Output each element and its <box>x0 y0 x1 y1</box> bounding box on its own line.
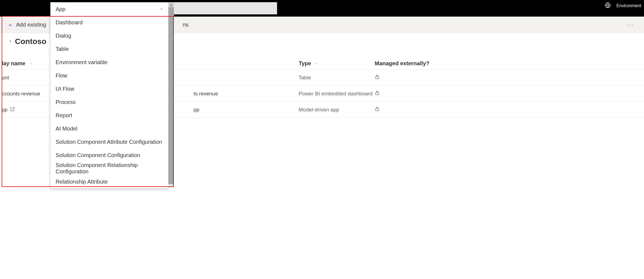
menu-item-report[interactable]: Report <box>51 109 168 118</box>
cell-name: pp <box>194 107 299 113</box>
page-title: Contoso <box>15 37 46 46</box>
menu-item-dashboard[interactable]: Dashboard <box>51 16 168 29</box>
add-existing-label: Add existing <box>16 22 46 28</box>
cell-managed-externally <box>375 90 458 97</box>
menu-item-label: Flow <box>56 72 67 79</box>
scroll-thumb[interactable] <box>168 7 174 118</box>
lock-icon <box>375 107 380 113</box>
lock-icon <box>375 91 380 97</box>
cell-type: Table <box>299 75 375 81</box>
menu-item-flow[interactable]: Flow <box>51 69 168 82</box>
menu-item-label: Table <box>56 46 69 52</box>
cell-name: ts revenue <box>194 91 299 97</box>
menu-item-label: Dialog <box>56 33 71 39</box>
menu-item-process[interactable]: Process <box>51 95 168 109</box>
menu-item-dialog[interactable]: Dialog <box>51 29 168 42</box>
cell-type: Power BI embedded dashboard <box>299 91 375 97</box>
chevron-right-icon <box>160 7 163 12</box>
menu-item-label: Environment variable <box>56 59 108 66</box>
menu-item-label: Process <box>56 99 75 105</box>
svg-rect-3 <box>376 109 379 111</box>
open-external-icon[interactable] <box>10 107 15 113</box>
chevron-down-icon <box>29 62 32 66</box>
environment-picker[interactable]: Environment <box>605 2 641 9</box>
menu-item-label: Report <box>56 112 72 118</box>
cell-type: Model-driven app <box>299 107 375 113</box>
svg-rect-1 <box>376 77 379 79</box>
add-existing-button[interactable]: ＋ Add existing <box>4 19 56 31</box>
environment-label: Environment <box>616 3 641 8</box>
menu-scrollbar[interactable]: ▲ <box>168 2 174 118</box>
overflow-menu-button[interactable]: ··· <box>627 22 640 28</box>
menu-item-label: App <box>56 6 66 12</box>
add-existing-menu: AppDashboardDialogTableEnvironment varia… <box>50 2 174 118</box>
menu-item-label: Dashboard <box>56 19 83 26</box>
truncated-tab-label[interactable]: ns <box>183 22 189 28</box>
col-type[interactable]: Type <box>299 60 375 67</box>
menu-item-label: UI Flow <box>56 86 74 92</box>
lock-icon <box>375 75 380 80</box>
cell-managed-externally <box>375 74 458 81</box>
menu-item-ui-flow[interactable]: UI Flow <box>51 82 168 95</box>
menu-item-table[interactable]: Table <box>51 42 168 56</box>
menu-item-app[interactable]: App <box>51 2 168 16</box>
menu-list: AppDashboardDialogTableEnvironment varia… <box>50 2 168 118</box>
menu-item-environment-variable[interactable]: Environment variable <box>51 56 168 69</box>
col-managed-externally[interactable]: Managed externally? <box>375 60 458 67</box>
cell-managed-externally <box>375 106 458 113</box>
chevron-right-icon[interactable] <box>8 39 12 45</box>
chevron-down-icon <box>315 62 318 66</box>
plus-icon: ＋ <box>7 21 13 29</box>
globe-icon <box>605 2 611 9</box>
col-name[interactable] <box>194 60 299 67</box>
svg-rect-2 <box>376 93 379 95</box>
scroll-up-button[interactable]: ▲ <box>168 2 174 7</box>
